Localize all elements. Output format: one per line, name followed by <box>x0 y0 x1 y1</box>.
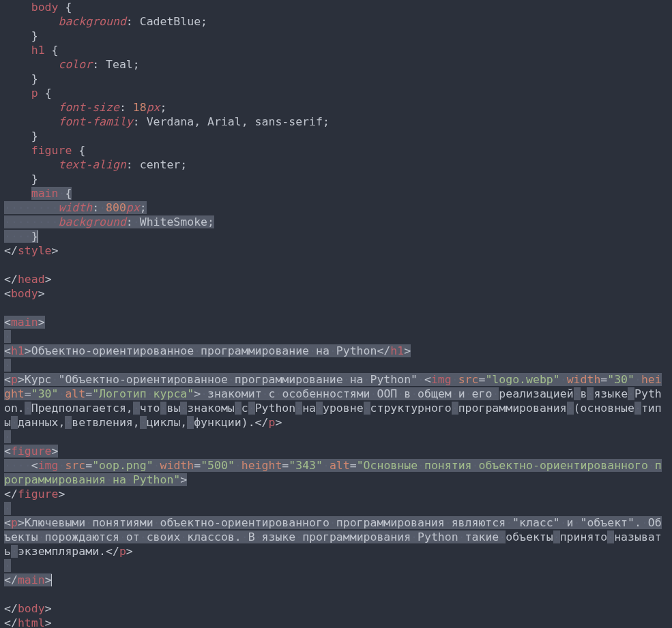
attr-src: src <box>458 373 479 386</box>
img2-h: "343" <box>289 459 323 472</box>
line: color: Teal; <box>4 58 140 71</box>
line: · <box>4 559 11 572</box>
tag-img: img <box>38 459 59 472</box>
line: ········background:·WhiteSmoke; <box>4 215 214 228</box>
line: h1 { <box>4 44 59 57</box>
code-editor[interactable]: body { background: CadetBlue; } h1 { col… <box>0 0 672 628</box>
css-prop: font-family <box>58 115 132 128</box>
tag-img: img <box>431 373 452 386</box>
line: ········width:·800px; <box>4 201 147 214</box>
line: <main> <box>4 316 45 329</box>
p1-text-a: Курс·"Объектно-ориентированное·программи… <box>25 373 424 386</box>
line: text-align: center; <box>4 158 187 171</box>
line: <h1>Объектно-ориентированное·программиро… <box>4 344 411 357</box>
line: } <box>4 72 38 85</box>
img1-h: "30" <box>31 387 59 400</box>
tag-body-close: body <box>18 602 45 615</box>
tag-figure-open: figure <box>11 445 52 458</box>
line: <figure> <box>4 445 58 458</box>
line: font-size: 18px; <box>4 101 166 114</box>
css-value: WhiteSmoke <box>140 215 207 228</box>
line: } <box>4 130 38 143</box>
tag-p-open: p <box>11 516 18 529</box>
line: </body> <box>4 602 52 615</box>
css-num: 18 <box>133 101 147 114</box>
line: <p>Ключевыми·понятиями·объектно-ориентир… <box>4 516 662 558</box>
attr-alt: alt <box>65 387 85 400</box>
tag-head-close: head <box>18 273 45 286</box>
line: ····} <box>4 230 38 243</box>
img1-alt: "Логотип·курса" <box>92 387 194 400</box>
css-prop: background <box>58 15 126 28</box>
img2-src: "oop.png" <box>92 459 153 472</box>
tag-style-close: style <box>18 244 52 257</box>
line: <body> <box>4 287 45 300</box>
line: · <box>4 502 11 515</box>
h1-text: Объектно-ориентированное·программировани… <box>31 344 377 357</box>
line: figure { <box>4 144 85 157</box>
css-value: Teal <box>106 58 133 71</box>
css-unit: px <box>147 101 160 114</box>
css-num: 800 <box>106 201 126 214</box>
css-prop: color <box>58 58 92 71</box>
css-selector: figure <box>31 144 72 157</box>
css-prop: width <box>58 201 92 214</box>
css-prop: text-align <box>58 158 126 171</box>
img2-w: "500" <box>201 459 235 472</box>
tag-body-open: body <box>11 287 38 300</box>
attr-width: width <box>567 373 601 386</box>
tag-html-close: html <box>18 616 45 628</box>
text-cursor <box>51 574 52 586</box>
line: p { <box>4 87 52 100</box>
p2-text: Ключевыми·понятиями·объектно-ориентирова… <box>25 516 581 529</box>
line: </head> <box>4 273 52 286</box>
line: · <box>4 330 11 343</box>
line: font-family: Verdana, Arial, sans-serif; <box>4 115 330 128</box>
line: body { <box>4 1 72 14</box>
img1-src: "logo.webp" <box>485 373 559 386</box>
line: <p>Курс·"Объектно-ориентированное·програ… <box>4 373 662 429</box>
line: · <box>4 430 11 443</box>
tag-p-open: p <box>11 373 18 386</box>
css-selector: h1 <box>31 44 45 57</box>
line: } <box>4 29 38 42</box>
tag-main-close: main <box>18 573 45 586</box>
css-prop: font-size <box>58 101 119 114</box>
p1-text-b: ·знакомит·с·особенностями·ООП·в·общем·и·… <box>201 387 499 400</box>
css-value: CadetBlue <box>140 15 201 28</box>
css-selector: p <box>31 87 38 100</box>
css-unit: px <box>126 201 140 214</box>
line: </style> <box>4 244 58 257</box>
tag-main-open: main <box>11 316 38 329</box>
css-value: center <box>140 158 181 171</box>
line: ····<img·src="oop.png"·width="500"·heigh… <box>4 459 662 486</box>
tag-h1-open: h1 <box>11 344 25 357</box>
line: </html> <box>4 616 52 628</box>
css-selector: body <box>31 1 59 14</box>
line: </main> <box>4 573 52 586</box>
css-value: Verdana, Arial, sans-serif <box>147 115 323 128</box>
line: main·{ <box>4 187 72 200</box>
text-cursor <box>38 230 38 243</box>
img1-w: "30" <box>607 373 634 386</box>
line: } <box>4 173 38 185</box>
css-prop: background <box>58 215 126 228</box>
line: · <box>4 359 11 372</box>
line: background: CadetBlue; <box>4 15 207 28</box>
tag-figure-close: figure <box>18 488 59 500</box>
css-selector: main <box>31 187 59 200</box>
line: </figure> <box>4 488 65 500</box>
